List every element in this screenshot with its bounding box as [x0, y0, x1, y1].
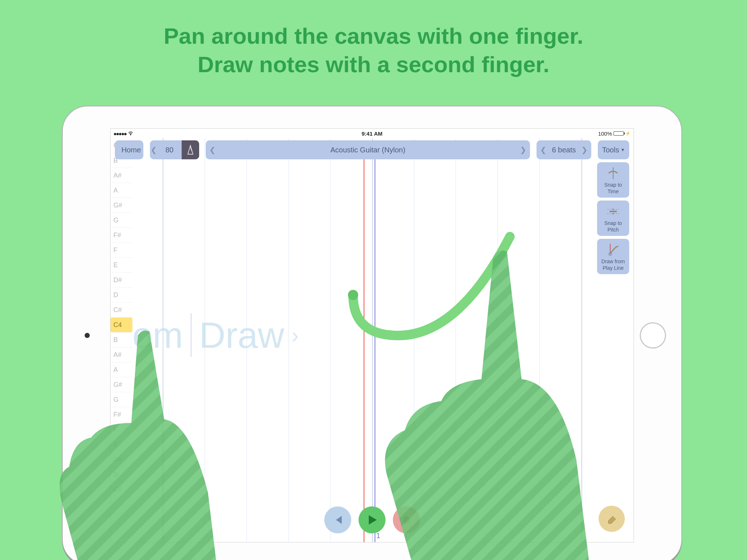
battery-percent: 100% [598, 131, 612, 137]
headline-line2: Draw notes with a second finger. [0, 50, 747, 79]
tools-label: Tools [602, 146, 619, 154]
instrument-label: Acoustic Guitar (Nylon) [330, 146, 406, 154]
status-right: 100% ⚡ [598, 131, 631, 137]
top-toolbar: Home ❮ 80 ❮ Acoustic Guitar (Nylon) ❯ ❮ … [111, 140, 634, 159]
instrument-next-icon[interactable]: ❯ [520, 145, 526, 154]
instrument-prev-icon[interactable]: ❮ [209, 145, 216, 154]
metronome-toggle[interactable] [182, 140, 199, 159]
home-label: Home [121, 146, 141, 154]
pitch-row: E [111, 258, 132, 273]
wifi-icon [128, 131, 133, 136]
tempo-value: 80 [157, 146, 182, 154]
beats-decrease-icon[interactable]: ❮ [540, 145, 546, 154]
ipad-home-button[interactable] [640, 322, 666, 349]
snap-time-label: Snap to Time [599, 182, 628, 195]
status-time: 9:41 AM [362, 131, 383, 137]
svg-point-0 [130, 135, 131, 135]
pitch-row: G [111, 213, 132, 228]
pitch-row: F# [111, 228, 132, 243]
status-left: ●●●●● [113, 131, 133, 137]
home-button[interactable]: Home [115, 140, 143, 159]
status-bar: ●●●●● 9:41 AM 100% ⚡ [111, 129, 634, 138]
beats-increase-icon[interactable]: ❯ [581, 145, 588, 154]
pitch-row: G# [111, 198, 132, 213]
beats-label: 6 beats [552, 146, 576, 154]
chevron-right-icon: › [291, 323, 299, 348]
snap-to-pitch-button[interactable]: Snap to Pitch [597, 201, 629, 236]
metronome-icon [186, 145, 194, 155]
chevron-down-icon: ▼ [620, 147, 625, 152]
charging-icon: ⚡ [625, 131, 631, 136]
snap-time-icon [606, 166, 620, 180]
snap-pitch-icon [606, 204, 620, 219]
tempo-control[interactable]: ❮ 80 [150, 140, 199, 159]
snap-pitch-label: Snap to Pitch [599, 220, 628, 233]
rewind-button[interactable] [324, 506, 351, 533]
snap-to-time-button[interactable]: Snap to Time [597, 162, 629, 198]
pitch-row: D [111, 288, 132, 303]
pitch-row: C# [111, 303, 132, 318]
instrument-selector[interactable]: ❮ Acoustic Guitar (Nylon) ❯ [206, 140, 530, 159]
rewind-icon [332, 514, 343, 525]
headline-line1: Pan around the canvas with one finger. [0, 22, 747, 50]
pitch-row: A [111, 183, 132, 198]
tools-button[interactable]: Tools ▼ [598, 140, 629, 159]
signal-dots-icon: ●●●●● [113, 131, 126, 137]
pitch-row: A# [111, 168, 132, 183]
headline: Pan around the canvas with one finger. D… [0, 0, 747, 78]
beats-control[interactable]: ❮ 6 beats ❯ [537, 140, 591, 159]
battery-icon [614, 131, 624, 136]
pitch-row: D# [111, 273, 132, 288]
left-hand-overlay [51, 328, 241, 560]
right-hand-overlay [350, 248, 613, 560]
tempo-decrease-icon[interactable]: ❮ [150, 145, 157, 154]
pitch-row: F [111, 243, 132, 258]
